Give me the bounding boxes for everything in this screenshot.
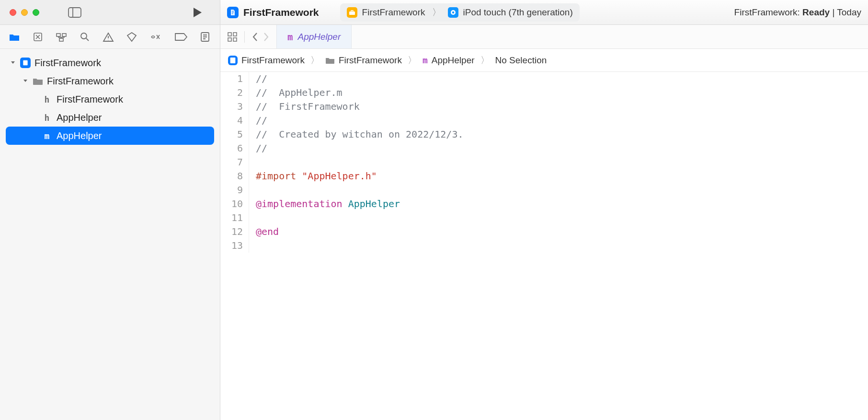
scheme-device-icon	[448, 7, 458, 18]
issue-navigator-tab[interactable]	[103, 32, 114, 42]
svg-point-9	[81, 33, 87, 39]
editor-tab-tools	[220, 25, 276, 48]
svg-rect-16	[230, 58, 236, 63]
project-name: FirstFramework	[243, 7, 319, 18]
history-back-button[interactable]	[251, 32, 258, 42]
scheme-device: iPod touch (7th generation)	[463, 7, 573, 18]
tree-label: FirstFramework	[34, 58, 101, 69]
folder-icon	[325, 57, 335, 64]
titlebar-left	[0, 0, 220, 24]
separator	[244, 31, 245, 43]
tab-filename: AppHelper	[297, 32, 341, 42]
file-tree: FirstFramework FirstFramework h FirstFra…	[0, 49, 220, 150]
editor-area: m AppHelper FirstFramework 〉 FirstFramew…	[220, 25, 868, 420]
svg-rect-8	[59, 38, 63, 41]
line-number: 4	[220, 114, 249, 128]
line-number: 6	[220, 141, 249, 155]
activity-status: FirstFramework: Ready | Today	[734, 7, 861, 18]
scheme-target-icon	[347, 7, 357, 18]
line-number: 12	[220, 225, 249, 239]
tree-group-row[interactable]: FirstFramework	[0, 72, 220, 90]
svg-rect-13	[233, 33, 237, 36]
jumpbar-file[interactable]: m AppHelper	[423, 55, 475, 66]
zoom-window-button[interactable]	[33, 9, 39, 16]
tree-label: FirstFramework	[57, 94, 123, 105]
project-icon	[20, 58, 31, 68]
code-line[interactable]	[249, 239, 868, 253]
tree-label: AppHelper	[57, 130, 102, 141]
code-line[interactable]	[249, 155, 868, 169]
code-line[interactable]: // Created by witchan on 2022/12/3.	[249, 128, 868, 141]
history-forward-button[interactable]	[263, 32, 270, 42]
test-navigator-tab[interactable]	[126, 32, 137, 42]
line-number: 9	[220, 183, 249, 197]
tree-project-row[interactable]: FirstFramework	[0, 54, 220, 72]
navigator-sidebar: FirstFramework FirstFramework h FirstFra…	[0, 25, 220, 420]
project-navigator-tab[interactable]	[9, 32, 20, 42]
code-line[interactable]: // FirstFramework	[249, 100, 868, 114]
tree-label: AppHelper	[57, 112, 102, 123]
chevron-right-icon: 〉	[310, 54, 320, 67]
find-navigator-tab[interactable]	[80, 32, 90, 42]
svg-rect-15	[233, 38, 237, 41]
line-number: 5	[220, 128, 249, 141]
symbol-navigator-tab[interactable]	[56, 32, 67, 42]
code-editor[interactable]: 1//2// AppHelper.m3// FirstFramework4//5…	[220, 72, 868, 420]
line-number: 3	[220, 100, 249, 114]
svg-point-4	[452, 11, 454, 13]
editor-file-tab[interactable]: m AppHelper	[276, 25, 352, 48]
disclosure-icon[interactable]	[10, 60, 16, 66]
project-icon	[227, 7, 239, 18]
code-line[interactable]: @implementation AppHelper	[249, 197, 868, 211]
code-line[interactable]: #import "AppHelper.h"	[249, 169, 868, 183]
tree-file-row[interactable]: m AppHelper	[6, 127, 214, 145]
scheme-selector[interactable]: FirstFramework 〉 iPod touch (7th generat…	[340, 3, 580, 22]
tree-file-row[interactable]: h AppHelper	[0, 108, 220, 127]
code-line[interactable]: //	[249, 114, 868, 128]
file-type-icon: m	[423, 55, 428, 65]
close-window-button[interactable]	[10, 9, 16, 16]
chevron-right-icon: 〉	[432, 6, 441, 19]
code-line[interactable]: // AppHelper.m	[249, 86, 868, 100]
h-file-icon: h	[41, 94, 53, 105]
source-control-navigator-tab[interactable]	[33, 32, 43, 42]
related-items-button[interactable]	[227, 32, 238, 42]
code-line[interactable]	[249, 211, 868, 225]
line-number: 1	[220, 72, 249, 86]
code-line[interactable]: //	[249, 72, 868, 86]
project-chip[interactable]: FirstFramework	[227, 7, 319, 18]
tree-file-row[interactable]: h FirstFramework	[0, 90, 220, 108]
jump-bar[interactable]: FirstFramework 〉 FirstFramework 〉 m AppH…	[220, 49, 868, 72]
tree-label: FirstFramework	[47, 76, 114, 87]
report-navigator-tab[interactable]	[200, 32, 210, 42]
navigator-tabs	[0, 25, 220, 49]
disclosure-icon[interactable]	[22, 78, 29, 84]
scheme-target: FirstFramework	[362, 7, 425, 18]
minimize-window-button[interactable]	[21, 9, 28, 16]
breakpoint-navigator-tab[interactable]	[174, 33, 188, 41]
line-number: 13	[220, 239, 249, 253]
line-number: 11	[220, 211, 249, 225]
svg-rect-2	[349, 12, 355, 15]
m-file-icon: m	[41, 131, 53, 141]
svg-rect-11	[23, 60, 27, 66]
window-controls	[10, 9, 39, 16]
toggle-navigator-button[interactable]	[68, 7, 81, 18]
line-number: 7	[220, 155, 249, 169]
jumpbar-project[interactable]: FirstFramework	[228, 55, 305, 66]
code-line[interactable]: @end	[249, 225, 868, 239]
jumpbar-selection[interactable]: No Selection	[495, 55, 547, 66]
debug-navigator-tab[interactable]	[149, 32, 162, 42]
svg-rect-6	[57, 34, 60, 36]
run-button[interactable]	[192, 7, 203, 18]
svg-rect-14	[228, 38, 231, 41]
svg-rect-0	[69, 8, 81, 17]
code-line[interactable]	[249, 183, 868, 197]
line-number: 8	[220, 169, 249, 183]
svg-rect-7	[62, 34, 66, 36]
chevron-right-icon: 〉	[408, 54, 417, 67]
code-line[interactable]: //	[249, 141, 868, 155]
folder-icon	[33, 77, 43, 85]
chevron-right-icon: 〉	[480, 54, 490, 67]
jumpbar-group[interactable]: FirstFramework	[325, 55, 402, 66]
